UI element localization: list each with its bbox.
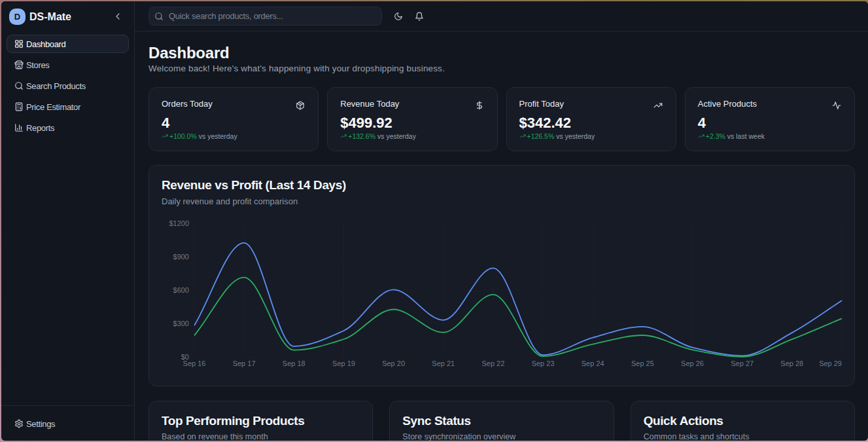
svg-text:Sep 22: Sep 22 — [481, 359, 504, 367]
svg-text:$300: $300 — [173, 320, 189, 327]
svg-text:Sep 20: Sep 20 — [382, 359, 405, 367]
svg-text:Sep 21: Sep 21 — [432, 359, 455, 367]
svg-text:Sep 19: Sep 19 — [332, 359, 355, 367]
svg-text:Sep 17: Sep 17 — [233, 359, 256, 367]
svg-text:Sep 26: Sep 26 — [681, 359, 704, 367]
svg-text:$900: $900 — [173, 253, 189, 261]
svg-text:$600: $600 — [173, 286, 189, 294]
svg-text:Sep 24: Sep 24 — [582, 359, 604, 367]
svg-text:Sep 28: Sep 28 — [780, 359, 803, 367]
svg-text:Sep 25: Sep 25 — [631, 359, 654, 367]
svg-text:$1200: $1200 — [169, 219, 189, 227]
svg-text:Sep 23: Sep 23 — [532, 359, 555, 367]
svg-text:Sep 29: Sep 29 — [819, 359, 842, 367]
svg-text:Sep 16: Sep 16 — [183, 359, 206, 367]
svg-text:Sep 18: Sep 18 — [283, 359, 305, 367]
svg-text:Sep 27: Sep 27 — [731, 359, 754, 367]
svg-text:$0: $0 — [181, 353, 189, 361]
